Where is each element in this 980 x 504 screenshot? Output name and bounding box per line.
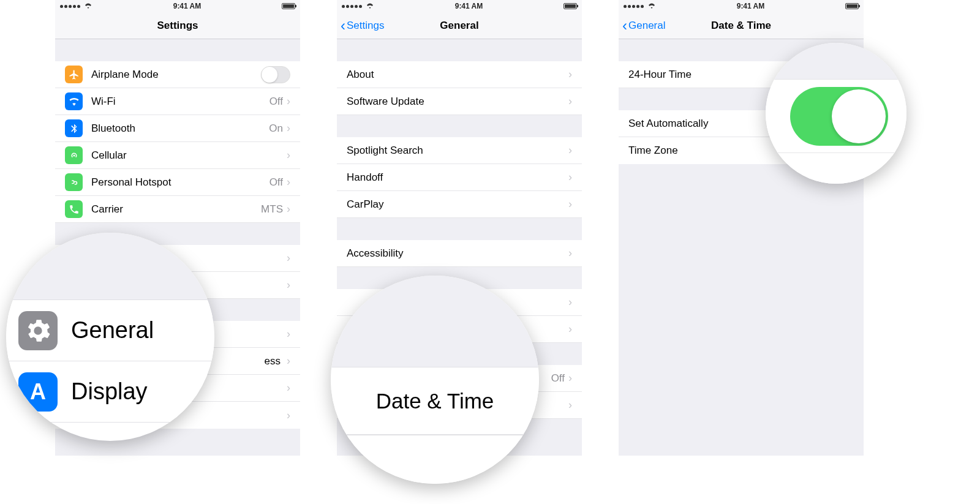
back-label: General — [628, 20, 665, 32]
row-airplane-mode[interactable]: Airplane Mode — [55, 61, 300, 88]
chevron-left-icon: ‹ — [341, 18, 345, 33]
mag-label: General — [71, 317, 154, 344]
magnifier-date-time: Date & Time — [331, 276, 539, 484]
airplane-icon — [65, 66, 83, 83]
row-label: Carrier — [91, 203, 261, 216]
wifi-icon — [84, 3, 92, 9]
row-carplay[interactable]: CarPlay› — [337, 191, 582, 218]
hotspot-icon — [65, 173, 83, 191]
chevron-right-icon: › — [568, 399, 572, 412]
chevron-right-icon: › — [568, 296, 572, 309]
row-cellular[interactable]: Cellular › — [55, 142, 300, 169]
row-value: Off — [270, 176, 283, 189]
chevron-right-icon: › — [287, 409, 290, 422]
row-label: Airplane Mode — [91, 69, 261, 81]
chevron-right-icon: › — [568, 144, 572, 157]
magnifier-toggle — [766, 43, 907, 184]
back-label: Settings — [347, 20, 384, 32]
row-value: MTS — [261, 203, 283, 216]
back-button[interactable]: ‹Settings — [341, 18, 384, 33]
status-bar: 9:41 AM — [619, 0, 864, 12]
cellular-icon — [65, 146, 83, 164]
nav-bar: Settings — [55, 12, 300, 39]
chevron-right-icon: › — [568, 323, 572, 336]
row-spotlight[interactable]: Spotlight Search› — [337, 137, 582, 164]
row-carrier[interactable]: Carrier MTS › — [55, 196, 300, 223]
chevron-right-icon: › — [287, 149, 290, 162]
chevron-left-icon: ‹ — [622, 18, 627, 33]
battery-icon — [845, 3, 859, 9]
status-bar: 9:41 AM — [55, 0, 300, 12]
chevron-right-icon: › — [287, 328, 290, 340]
mag-label: Date & Time — [376, 389, 494, 413]
chevron-right-icon: › — [287, 176, 290, 189]
chevron-right-icon: › — [568, 247, 572, 260]
chevron-right-icon: › — [568, 68, 572, 81]
phone-icon — [65, 200, 83, 218]
row-wifi[interactable]: Wi-Fi Off › — [55, 88, 300, 115]
nav-title: Settings — [55, 20, 300, 32]
row-hotspot[interactable]: Personal Hotspot Off › — [55, 169, 300, 196]
status-time: 9:41 AM — [173, 2, 202, 10]
chevron-right-icon: › — [568, 171, 572, 184]
row-label: Personal Hotspot — [91, 176, 270, 189]
chevron-right-icon: › — [568, 198, 572, 211]
chevron-right-icon: › — [287, 355, 290, 367]
nav-bar: ‹General Date & Time — [619, 12, 864, 39]
mag-row-general[interactable]: General — [6, 300, 214, 361]
chevron-right-icon: › — [287, 382, 290, 394]
chevron-right-icon: › — [287, 122, 290, 135]
mag-label: Display — [71, 378, 148, 405]
row-value: On — [269, 122, 283, 135]
chevron-right-icon: › — [568, 372, 572, 385]
row-label: Cellular — [91, 149, 287, 162]
magnifier-general: General A Display — [6, 233, 214, 441]
set-automatically-toggle-zoom[interactable] — [790, 87, 888, 146]
row-handoff[interactable]: Handoff› — [337, 164, 582, 191]
gear-icon — [18, 311, 58, 350]
row-bluetooth[interactable]: Bluetooth On › — [55, 115, 300, 142]
chevron-right-icon: › — [287, 203, 290, 216]
airplane-toggle[interactable] — [261, 66, 290, 83]
battery-icon — [564, 3, 577, 9]
battery-icon — [282, 3, 295, 9]
row-accessibility[interactable]: Accessibility› — [337, 240, 582, 267]
chevron-right-icon: › — [287, 279, 290, 291]
chevron-right-icon: › — [287, 95, 290, 108]
wifi-icon — [647, 3, 656, 9]
back-button[interactable]: ‹General — [622, 18, 665, 33]
wifi-row-icon — [65, 92, 83, 110]
status-time: 9:41 AM — [737, 2, 765, 10]
row-value: Off — [270, 96, 283, 108]
chevron-right-icon: › — [287, 252, 290, 265]
row-about[interactable]: About› — [337, 61, 582, 88]
row-label: Wi-Fi — [91, 96, 270, 108]
mag-row-date-time[interactable]: Date & Time — [331, 367, 539, 435]
status-bar: 9:41 AM — [337, 0, 582, 12]
chevron-right-icon: › — [568, 95, 572, 108]
bluetooth-icon — [65, 119, 83, 137]
row-label: Bluetooth — [91, 122, 269, 135]
status-time: 9:41 AM — [455, 2, 483, 10]
nav-bar: ‹Settings General — [337, 12, 582, 39]
wifi-icon — [366, 3, 374, 9]
row-software-update[interactable]: Software Update› — [337, 88, 582, 115]
